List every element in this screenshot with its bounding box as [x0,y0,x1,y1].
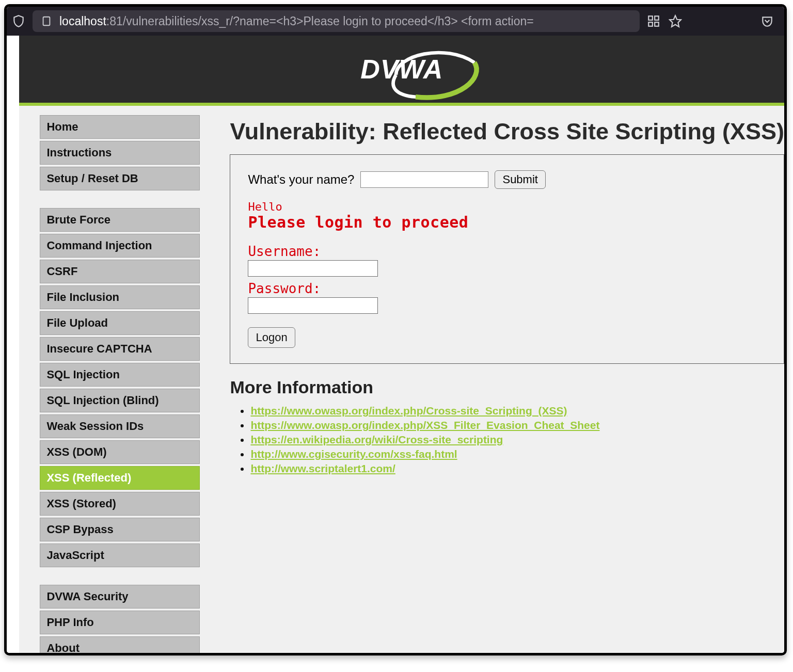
injected-heading: Please login to proceed [248,213,766,231]
name-form: What's your name? Submit [248,170,766,189]
sidebar-item-sql-injection-blind[interactable]: SQL Injection (Blind) [40,389,200,412]
more-info-links: https://www.owasp.org/index.php/Cross-si… [250,405,784,475]
url-bar[interactable]: localhost:81/vulnerabilities/xss_r/?name… [33,10,640,32]
password-label: Password: [248,281,766,296]
sidebar-item-sql-injection[interactable]: SQL Injection [40,363,200,387]
sidebar-item-php-info[interactable]: PHP Info [40,611,200,634]
pocket-icon[interactable] [760,14,774,28]
sidebar-item-brute-force[interactable]: Brute Force [40,208,200,232]
svg-rect-2 [655,16,659,20]
info-link[interactable]: https://www.owasp.org/index.php/Cross-si… [250,405,567,417]
app-logo: DVWA [360,54,443,85]
hello-text: Hello [248,200,766,213]
more-info-heading: More Information [230,377,784,397]
page-icon [41,15,52,27]
info-link-item: http://www.cgisecurity.com/xss-faq.html [250,448,784,460]
sidebar-item-xss-stored[interactable]: XSS (Stored) [40,492,200,516]
svg-rect-3 [648,22,653,26]
main-content: Vulnerability: Reflected Cross Site Scri… [230,115,784,653]
svg-rect-1 [648,16,653,20]
name-input[interactable] [360,171,488,188]
logo-text: DVWA [360,54,443,85]
apps-icon[interactable] [647,14,660,28]
url-path: :81/vulnerabilities/xss_r/?name=<h3>Plea… [106,14,534,28]
shield-icon[interactable] [12,14,25,28]
submit-button[interactable]: Submit [495,170,545,189]
username-label: Username: [248,244,766,259]
window-frame: localhost:81/vulnerabilities/xss_r/?name… [4,4,787,655]
sidebar-item-file-inclusion[interactable]: File Inclusion [40,285,200,309]
name-prompt: What's your name? [248,172,354,187]
sidebar-item-xss-dom[interactable]: XSS (DOM) [40,440,200,464]
sidebar-item-weak-session-ids[interactable]: Weak Session IDs [40,414,200,438]
sidebar-item-about[interactable]: About [40,636,200,653]
info-link-item: http://www.scriptalert1.com/ [250,462,784,475]
svg-marker-5 [670,15,681,27]
sidebar-item-file-upload[interactable]: File Upload [40,311,200,335]
url-host: localhost [59,14,106,28]
info-link-item: https://en.wikipedia.org/wiki/Cross-site… [250,434,784,446]
sidebar-item-instructions[interactable]: Instructions [40,141,200,165]
username-input[interactable] [248,260,378,277]
password-input[interactable] [248,297,378,314]
star-icon[interactable] [669,14,682,28]
viewport: DVWA HomeInstructionsSetup / Reset DB Br… [7,36,784,653]
svg-rect-0 [43,17,50,26]
info-link[interactable]: http://www.cgisecurity.com/xss-faq.html [250,448,457,460]
sidebar-item-dvwa-security[interactable]: DVWA Security [40,585,200,609]
logon-button[interactable]: Logon [248,327,295,348]
sidebar: HomeInstructionsSetup / Reset DB Brute F… [40,115,200,653]
left-gutter [7,36,19,653]
sidebar-item-csp-bypass[interactable]: CSP Bypass [40,518,200,541]
page-title: Vulnerability: Reflected Cross Site Scri… [230,118,784,145]
info-link[interactable]: http://www.scriptalert1.com/ [250,462,395,474]
app-header: DVWA [19,36,784,106]
sidebar-item-command-injection[interactable]: Command Injection [40,234,200,258]
sidebar-item-setup-reset-db[interactable]: Setup / Reset DB [40,167,200,190]
browser-toolbar: localhost:81/vulnerabilities/xss_r/?name… [7,7,784,36]
sidebar-item-insecure-captcha[interactable]: Insecure CAPTCHA [40,337,200,361]
svg-rect-4 [655,22,659,26]
sidebar-item-xss-reflected[interactable]: XSS (Reflected) [40,466,200,490]
info-link[interactable]: https://www.owasp.org/index.php/XSS_Filt… [250,419,599,431]
info-link[interactable]: https://en.wikipedia.org/wiki/Cross-site… [250,434,503,445]
sidebar-item-javascript[interactable]: JavaScript [40,543,200,567]
info-link-item: https://www.owasp.org/index.php/Cross-si… [250,405,784,417]
vulnerability-panel: What's your name? Submit Hello Please lo… [230,154,784,364]
info-link-item: https://www.owasp.org/index.php/XSS_Filt… [250,419,784,431]
reflected-output: Hello Please login to proceed Username: … [248,200,766,348]
sidebar-item-csrf[interactable]: CSRF [40,260,200,283]
sidebar-item-home[interactable]: Home [40,115,200,139]
